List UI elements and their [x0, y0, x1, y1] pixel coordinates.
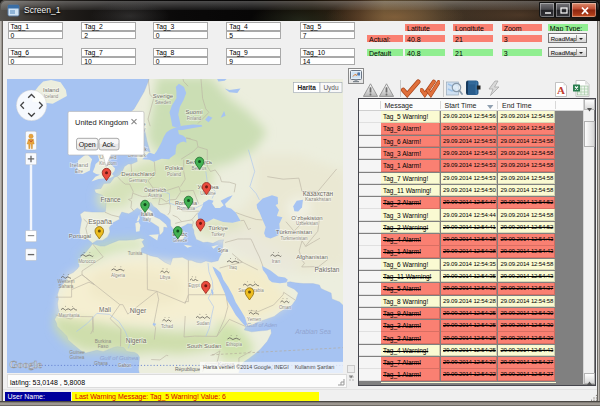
svg-text:Gabon: Gabon [118, 363, 132, 368]
svg-text:Polska: Polska [165, 165, 184, 171]
svg-text:Gulf of Aden: Gulf of Aden [247, 322, 277, 328]
svg-text:Italia: Italia [141, 211, 154, 217]
svg-text:Ireland: Ireland [70, 162, 88, 168]
svg-text:Uydu: Uydu [323, 84, 339, 92]
svg-text:Sverige: Sverige [153, 93, 174, 99]
svg-text:Arabian Sea: Arabian Sea [294, 328, 331, 335]
svg-text:Google: Google [10, 359, 43, 370]
svg-text:Niger: Niger [130, 307, 147, 315]
svg-text:Harita: Harita [298, 84, 317, 91]
svg-text:Portugal: Portugal [69, 233, 91, 239]
svg-text:Turkmenistan: Turkmenistan [280, 236, 307, 241]
svg-text:Tunisia: Tunisia [128, 251, 143, 256]
svg-text:Algeria: Algeria [111, 273, 125, 278]
svg-text:Éire: Éire [75, 168, 83, 174]
svg-text:Sahara: Sahara [59, 284, 74, 289]
svg-text:Poland: Poland [167, 172, 181, 177]
svg-text:Turkey: Turkey [211, 232, 225, 237]
svg-text:Oʻzbekiston: Oʻzbekiston [291, 215, 322, 221]
svg-text:España: España [88, 218, 112, 226]
svg-text:France: France [101, 196, 122, 203]
svg-text:Germany: Germany [129, 178, 148, 183]
svg-text:Kazakhstan: Kazakhstan [305, 196, 331, 202]
svg-text:Uzbekistan: Uzbekistan [296, 221, 319, 226]
svg-text:Mauritania: Mauritania [59, 313, 80, 318]
svg-text:Türkiye: Türkiye [208, 225, 228, 231]
svg-text:Sweden: Sweden [155, 100, 172, 105]
svg-text:République: République [175, 366, 200, 372]
svg-text:Afghanistan: Afghanistan [296, 254, 328, 260]
svg-text:Finland: Finland [187, 116, 202, 121]
svg-text:Mali: Mali [99, 306, 111, 313]
svg-text:Oman: Oman [279, 305, 292, 310]
svg-text:Italy: Italy [143, 217, 152, 222]
svg-text:Open: Open [79, 141, 96, 149]
svg-text:Tchad: Tchad [161, 324, 173, 329]
svg-text:Pakistan: Pakistan [315, 266, 340, 273]
svg-text:Iraq: Iraq [229, 265, 237, 270]
svg-text:Österreich: Österreich [144, 186, 166, 192]
svg-text:Morocco: Morocco [78, 259, 96, 264]
svg-text:Deutschland: Deutschland [121, 171, 154, 177]
svg-text:South Sudan: South Sudan [187, 343, 222, 349]
svg-text:United Kingdom: United Kingdom [75, 118, 128, 127]
svg-text:Greece: Greece [173, 238, 188, 243]
svg-text:Faso: Faso [98, 344, 109, 349]
svg-text:Island: Island [43, 87, 59, 93]
svg-text:Egypt: Egypt [188, 283, 200, 288]
svg-text:Sudan: Sudan [197, 321, 210, 326]
svg-text:Romania: Romania [177, 206, 195, 211]
svg-text:Nigeria: Nigeria [126, 337, 147, 345]
svg-text:Guinea: Guinea [70, 355, 85, 360]
svg-text:Türkmenistan: Türkmenistan [276, 229, 312, 235]
svg-text:Harita verileri ©2014 Google,: Harita verileri ©2014 Google, INEGI Kull… [203, 364, 334, 370]
svg-text:Iceland: Iceland [44, 94, 59, 99]
svg-text:Austria: Austria [148, 193, 162, 198]
svg-text:Syria: Syria [218, 248, 229, 253]
svg-text:A: A [557, 84, 565, 96]
svg-text:Iran: Iran [272, 258, 281, 264]
svg-text:Ack.: Ack. [102, 141, 116, 148]
svg-text:Suomi: Suomi [186, 109, 203, 115]
svg-text:Ethiopia: Ethiopia [226, 342, 243, 347]
svg-text:Libya: Libya [160, 275, 171, 280]
